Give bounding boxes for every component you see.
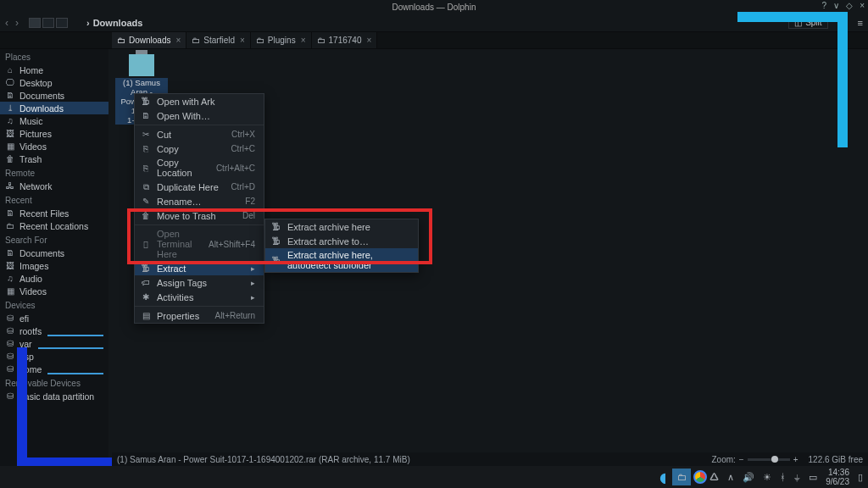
rename-icon: ✎: [140, 197, 152, 206]
zoom-slider[interactable]: [748, 458, 790, 461]
tray-volume-icon[interactable]: 🔊: [743, 472, 754, 483]
tray-network-icon[interactable]: ⏚: [794, 472, 800, 482]
tab-1716740[interactable]: 🗀1716740×: [312, 32, 378, 48]
section-removable: Removable Devices: [0, 375, 108, 390]
ctx-properties[interactable]: ▤PropertiesAlt+Return: [135, 308, 264, 323]
ctx-activities[interactable]: ✱Activities▸: [135, 290, 264, 304]
sidebar-item-search-videos[interactable]: ▦Videos: [0, 285, 108, 297]
close-tab-icon[interactable]: ×: [175, 36, 181, 45]
extract-icon: 🗜: [270, 222, 282, 231]
clock[interactable]: 14:36 9/6/23: [826, 468, 849, 486]
duplicate-icon: ⧉: [140, 182, 152, 192]
chevron-right-icon: ▸: [251, 293, 255, 302]
ctx-assign-tags[interactable]: 🏷Assign Tags▸: [135, 275, 264, 290]
sidebar-item-home[interactable]: ⌂Home: [0, 64, 108, 76]
tray-brightness-icon[interactable]: ☀: [763, 472, 771, 483]
zoom-out-icon[interactable]: −: [739, 455, 744, 464]
sidebar-item-pictures[interactable]: 🖼Pictures: [0, 127, 108, 140]
sidebar-item-search-images[interactable]: 🖼Images: [0, 259, 108, 272]
ctx-open-terminal[interactable]: ⌷Open Terminal HereAlt+Shift+F4: [135, 227, 264, 261]
copy-icon: ⎘: [140, 144, 152, 153]
videos-icon: ▦: [5, 141, 15, 151]
menu-button[interactable]: ≡: [858, 18, 863, 28]
minimize-icon[interactable]: ∨: [833, 1, 839, 10]
tray-bluetooth-icon[interactable]: ᚼ: [780, 472, 786, 482]
section-devices: Devices: [0, 297, 108, 312]
ctx-rename[interactable]: ✎Rename…F2: [135, 194, 264, 208]
sidebar-item-esp[interactable]: ⛁esp: [0, 350, 108, 363]
properties-icon: ▤: [140, 311, 152, 320]
disk-icon: ⛁: [5, 339, 15, 348]
ctx-open-with[interactable]: 🗎Open With…: [135, 108, 264, 123]
disk-icon: ⛁: [5, 326, 15, 336]
tray-peek-icon[interactable]: ▯: [858, 472, 863, 483]
tray-update-icon[interactable]: 🛆: [709, 472, 719, 482]
tray-battery-icon[interactable]: ▭: [809, 472, 817, 483]
cut-icon: ✂: [140, 130, 152, 139]
sidebar-item-recent-files[interactable]: 🗎Recent Files: [0, 207, 108, 219]
sidebar-item-desktop[interactable]: 🖵Desktop: [0, 76, 108, 89]
ctx-cut[interactable]: ✂CutCtrl+X: [135, 127, 264, 141]
sidebar-item-home-device[interactable]: ⛁home: [0, 363, 108, 375]
details-view-button[interactable]: [56, 18, 68, 28]
close-tab-icon[interactable]: ×: [301, 36, 306, 45]
tab-downloads[interactable]: 🗀Downloads×: [112, 32, 186, 48]
ctx-duplicate[interactable]: ⧉Duplicate HereCtrl+D: [135, 180, 264, 194]
recent-files-icon: 🗎: [5, 208, 15, 218]
sidebar-item-network[interactable]: 🖧Network: [0, 180, 108, 192]
extract-icon: 🗜: [140, 263, 152, 273]
taskbar-chrome[interactable]: [691, 469, 709, 485]
zoom-in-icon[interactable]: +: [793, 455, 798, 464]
maximize-icon[interactable]: ◇: [846, 1, 853, 10]
icon-view-button[interactable]: [29, 18, 41, 28]
sidebar-item-rootfs[interactable]: ⛁rootfs: [0, 324, 108, 337]
tab-plugins[interactable]: 🗀Plugins×: [251, 32, 312, 48]
sidebar-item-search-audio[interactable]: ♫Audio: [0, 272, 108, 285]
back-button[interactable]: ‹: [5, 17, 8, 29]
status-text: (1) Samus Aran - Power Suit-1017-1-16940…: [117, 455, 410, 464]
sidebar-item-music[interactable]: ♫Music: [0, 114, 108, 127]
compact-view-button[interactable]: [42, 18, 54, 28]
ctx-extract[interactable]: 🗜Extract▸: [135, 261, 264, 275]
sidebar-item-downloads[interactable]: ⤓Downloads: [0, 102, 108, 114]
sidebar-item-trash[interactable]: 🗑Trash: [0, 152, 108, 165]
sidebar-item-recent-locations[interactable]: 🗀Recent Locations: [0, 219, 108, 232]
sidebar-item-var[interactable]: ⛁var: [0, 337, 108, 350]
close-icon[interactable]: ×: [860, 1, 865, 10]
ctx-extract-here[interactable]: 🗜Extract archive here: [265, 219, 418, 234]
taskbar-dolphin[interactable]: 🗀: [672, 469, 691, 485]
sidebar-item-efi[interactable]: ⛁efi: [0, 312, 108, 324]
forward-button[interactable]: ›: [15, 17, 19, 29]
help-icon[interactable]: ?: [822, 1, 827, 10]
toolbar: ‹ › › Downloads ◫ Split ⌕ ≡: [0, 14, 868, 32]
sidebar-item-basic-data[interactable]: ⛁basic data partition: [0, 390, 108, 402]
documents-icon: 🗎: [5, 248, 15, 258]
recent-locations-icon: 🗀: [5, 221, 15, 230]
sidebar-item-search-documents[interactable]: 🗎Documents: [0, 247, 108, 259]
status-bar: (1) Samus Aran - Power Suit-1017-1-16940…: [112, 452, 868, 466]
ctx-copy[interactable]: ⎘CopyCtrl+C: [135, 141, 264, 156]
disk-icon: ⛁: [5, 352, 15, 361]
chevron-right-icon: ›: [86, 18, 90, 28]
ctx-copy-location[interactable]: ⎘Copy LocationCtrl+Alt+C: [135, 156, 264, 180]
sidebar-item-documents[interactable]: 🗎Documents: [0, 89, 108, 102]
app-launcher-icon[interactable]: ◖: [654, 469, 672, 485]
search-icon[interactable]: ⌕: [840, 18, 846, 28]
ctx-trash[interactable]: 🗑Move to TrashDel: [135, 208, 264, 223]
archive-icon: 🗜: [140, 97, 152, 106]
window-title: Downloads — Dolphin: [392, 3, 476, 12]
close-tab-icon[interactable]: ×: [366, 36, 371, 45]
sidebar-item-videos[interactable]: ▦Videos: [0, 140, 108, 152]
split-button[interactable]: ◫ Split: [788, 16, 827, 29]
breadcrumb[interactable]: › Downloads: [86, 18, 142, 28]
section-places: Places: [0, 49, 108, 64]
ctx-extract-auto[interactable]: 🗜Extract archive here, autodetect subfol…: [265, 248, 418, 272]
close-tab-icon[interactable]: ×: [240, 36, 245, 45]
copy-location-icon: ⎘: [140, 164, 152, 173]
tray-caret-icon[interactable]: ∧: [727, 472, 734, 483]
tab-starfield[interactable]: 🗀Starfield×: [186, 32, 251, 48]
ctx-extract-to[interactable]: 🗜Extract archive to…: [265, 234, 418, 248]
pictures-icon: 🖼: [5, 129, 15, 138]
trash-icon: 🗑: [5, 154, 15, 164]
ctx-open-ark[interactable]: 🗜Open with Ark: [135, 94, 264, 108]
